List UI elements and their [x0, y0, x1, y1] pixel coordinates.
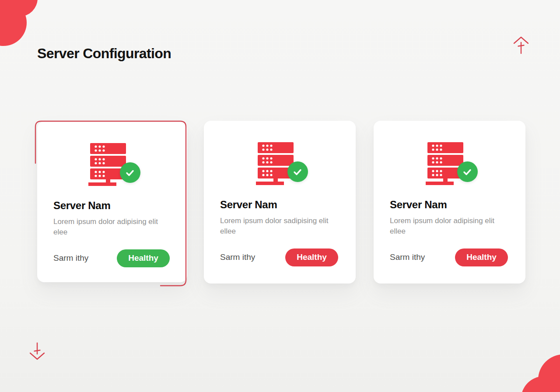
- server-card[interactable]: Server Nam Lorem ipsum dolor adipising e…: [374, 121, 525, 284]
- server-icon-cluster: [427, 142, 463, 186]
- server-name: Server Nam: [220, 199, 345, 211]
- server-card[interactable]: Server Nam Lorem ipsum dolor sadipising …: [204, 121, 356, 284]
- server-rack-icon: [258, 142, 294, 186]
- arrow-down-icon[interactable]: [29, 342, 46, 360]
- health-status-badge[interactable]: Healthy: [285, 248, 338, 266]
- check-circle-icon: [287, 161, 308, 182]
- server-icon-cluster: [258, 142, 294, 186]
- check-circle-icon: [457, 161, 478, 182]
- check-circle-icon: [120, 162, 140, 183]
- server-description: Lorem ipsum dolor adipising elit elee: [53, 217, 173, 237]
- server-rack-icon: [90, 143, 126, 187]
- card-footer: Sarm ithy Healthy: [220, 248, 338, 266]
- server-card[interactable]: Server Nam Lorem ipsum dolor adipising e…: [37, 122, 187, 282]
- server-name: Server Nam: [53, 200, 177, 212]
- server-configuration-page: Server Configuration: [0, 0, 560, 392]
- status-label: Sarm ithy: [390, 252, 425, 262]
- status-label: Sarm ithy: [53, 253, 88, 263]
- status-label: Sarm ithy: [220, 252, 255, 262]
- server-description: Lorem ipsum dolor sadipising elit ellee: [220, 216, 342, 236]
- server-description: Lorem ipsum dolor adipising elit ellee: [390, 216, 511, 236]
- server-rack-icon: [427, 142, 463, 186]
- arrow-up-icon[interactable]: [513, 36, 529, 54]
- health-status-badge[interactable]: Healthy: [455, 248, 508, 266]
- page-title: Server Configuration: [37, 46, 171, 62]
- corner-flower-decoration-bottom-right: [494, 326, 560, 392]
- server-name: Server Nam: [390, 199, 515, 211]
- card-footer: Sarm ithy Healthy: [53, 249, 170, 267]
- card-footer: Sarm ithy Healthy: [390, 248, 508, 266]
- health-status-badge[interactable]: Healthy: [117, 249, 170, 267]
- server-icon-cluster: [90, 143, 126, 187]
